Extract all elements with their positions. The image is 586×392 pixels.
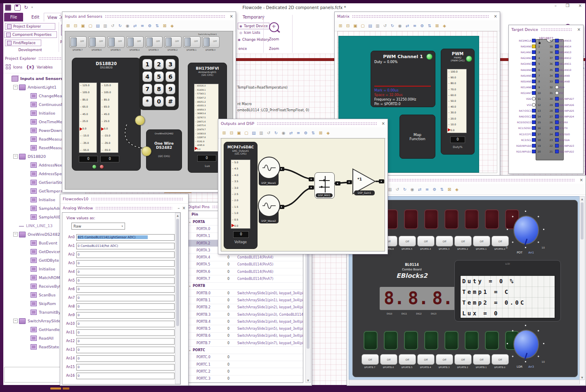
keypad-key[interactable]: * xyxy=(142,96,152,107)
toolbar-icon[interactable]: ◉ xyxy=(397,22,403,29)
slide-switch[interactable]: OFF $PORTB.6 xyxy=(88,36,105,51)
toolbar-icon[interactable]: ▤ xyxy=(95,22,101,29)
toolbar-icon[interactable]: ◉ xyxy=(124,22,131,29)
channel-value-input[interactable]: 0 xyxy=(76,251,175,258)
pin-pad-icon[interactable] xyxy=(532,74,536,77)
port-toggle-button[interactable]: Off $PORTB.5 xyxy=(399,354,415,369)
pin-pad-icon[interactable] xyxy=(555,97,559,101)
toolbar-icon[interactable]: ▣ xyxy=(352,22,359,29)
pin-pad-icon[interactable] xyxy=(532,103,536,107)
pot-knob[interactable]: 0 10 POT An1 xyxy=(503,207,548,252)
switch-thumb[interactable] xyxy=(109,38,115,47)
toggle-state[interactable]: Off xyxy=(417,354,435,365)
pin-pad-icon[interactable] xyxy=(532,120,536,124)
icon-lists-toggle[interactable]: ◎ Icon Lists xyxy=(239,31,260,35)
table-row[interactable]: ▸ PORTB.1 0 SwitchArraySlide1(pin1), key… xyxy=(187,297,303,304)
analog-window-titlebar[interactable]: Analog Window – × xyxy=(60,203,188,212)
switch-thumb[interactable] xyxy=(146,38,153,47)
toolbar-icon[interactable]: ▣ xyxy=(236,129,242,136)
toggle-state[interactable]: Off xyxy=(454,354,472,365)
port-toggle-button[interactable]: Off $PORTA.2 xyxy=(454,236,471,250)
toolbar-icon[interactable]: ⊠ xyxy=(161,22,168,29)
slide-switch[interactable]: OFF $PORTB.1 xyxy=(183,36,200,51)
toolbar-icon[interactable]: ◈ xyxy=(325,129,331,136)
slide-switch[interactable]: OFF $PORTB.0 xyxy=(202,36,219,51)
switch-thumb[interactable] xyxy=(128,38,134,47)
channel-value-input[interactable]: 0 xyxy=(76,260,175,267)
window-drag-handle[interactable] xyxy=(95,207,172,209)
pin-pad-icon[interactable] xyxy=(532,45,536,48)
close-icon[interactable]: × xyxy=(182,206,186,210)
pin-pad-icon[interactable] xyxy=(555,39,559,42)
scroll-thumb[interactable] xyxy=(581,202,584,239)
pin-pad-icon[interactable] xyxy=(532,132,536,136)
keypad-key[interactable]: 4 xyxy=(142,71,152,82)
pin-pad-icon[interactable] xyxy=(555,80,559,83)
channel-value-input[interactable]: 0 xyxy=(76,269,175,275)
flowcodev10-titlebar[interactable]: Flowcodev10 xyxy=(60,194,188,203)
table-row[interactable]: ▸ PORTC xyxy=(187,347,303,354)
channel-value-input[interactable]: 0 xyxy=(76,312,175,319)
close-icon[interactable]: × xyxy=(230,14,233,19)
slide-switch[interactable]: OFF $PORTB.2 xyxy=(164,36,181,51)
pin-pad-icon[interactable] xyxy=(532,109,536,113)
toolbar-icon[interactable]: ⇅ xyxy=(426,22,433,29)
channel-value-input[interactable]: 0 xyxy=(76,364,175,371)
close-icon[interactable]: × xyxy=(382,121,385,126)
close-icon[interactable]: × xyxy=(577,27,581,32)
channel-value-input[interactable]: 0 xyxy=(76,303,175,310)
channel-value-input[interactable]: 0 xyxy=(76,347,175,353)
toolbar-icon[interactable]: ▤ xyxy=(250,129,257,136)
toolbar-icon[interactable]: ⇅ xyxy=(439,186,445,192)
pin-pad-icon[interactable] xyxy=(555,144,559,148)
toolbar-icon[interactable]: ⇄ xyxy=(132,22,138,29)
window-drag-handle[interactable] xyxy=(91,197,183,200)
toolbar-icon[interactable]: ↻ xyxy=(402,186,408,192)
zoom-button-label[interactable]: Zoom xyxy=(265,37,283,41)
knob-dial[interactable] xyxy=(513,216,539,244)
table-row[interactable]: ▸ PORTA.6 0 ComboBL0114(PinA6) xyxy=(187,268,303,275)
scroll-down-icon[interactable]: ▼ xyxy=(306,379,310,382)
window-drag-handle[interactable] xyxy=(352,15,489,18)
minimize-button[interactable]: – xyxy=(555,3,557,8)
toolbar-icon[interactable]: ▥ xyxy=(258,129,265,136)
tab-view[interactable]: View xyxy=(44,13,61,21)
keypad-key[interactable]: 8 xyxy=(154,84,164,94)
toolbar-icon[interactable]: ↻ xyxy=(389,22,396,29)
scroll-down-icon[interactable]: ▼ xyxy=(580,376,584,379)
tree-expander-icon[interactable]: − xyxy=(13,154,18,159)
toolbar-icon[interactable]: ≡ xyxy=(139,22,146,29)
toolbar-icon[interactable]: ↺ xyxy=(394,186,401,192)
toolbar-icon[interactable]: ⊟ xyxy=(228,129,235,136)
channel-value-input[interactable]: 0 xyxy=(76,373,175,379)
table-row[interactable]: ▸ PORTA.5 0 ComboBL0114(PinA5) xyxy=(187,261,303,268)
channel-value-input[interactable]: 0 xyxy=(76,329,175,336)
zoom-icon[interactable] xyxy=(269,22,279,32)
table-row[interactable]: ▸ PORTB.3 0 SwitchArraySlide1(pin3), Com… xyxy=(187,311,303,318)
table-row[interactable]: ▸ PORTC.1 0 xyxy=(187,361,303,368)
pin-pad-icon[interactable] xyxy=(555,74,559,77)
toolbar-icon[interactable]: ▤ xyxy=(367,22,373,29)
analog-vertical-scrollbar[interactable]: ▲ xyxy=(175,213,180,384)
map-function-block[interactable]: Map Function xyxy=(399,115,435,159)
pin-pad-icon[interactable] xyxy=(555,103,559,107)
pin-pad-icon[interactable] xyxy=(555,91,559,95)
icons-view-icon[interactable] xyxy=(6,64,11,70)
keypad-key[interactable]: 2 xyxy=(154,59,164,70)
change-history-toggle[interactable]: ◉ Change History xyxy=(238,38,269,42)
keypad-key[interactable]: 3 xyxy=(165,59,175,70)
channel-value-input[interactable]: 0 xyxy=(76,286,175,293)
pin-pad-icon[interactable] xyxy=(555,56,559,60)
pin-pad-icon[interactable] xyxy=(532,80,536,83)
toolbar-icon[interactable]: ◉ xyxy=(280,129,287,136)
toolbar-icon[interactable]: ◈ xyxy=(441,22,448,29)
dsp-mixer-block[interactable]: DSP_MIX1 xyxy=(314,172,335,199)
toolbar-icon[interactable]: ⇄ xyxy=(288,129,294,136)
keypad-key[interactable]: 6 xyxy=(165,71,175,82)
mcp4706-dac-panel[interactable]: MCP47x6DAC DAC_Output1 (I2C CH1) 5.04.54… xyxy=(224,142,258,249)
scroll-up-icon[interactable]: ▲ xyxy=(580,197,584,200)
target-device-titlebar[interactable]: Target Device × xyxy=(509,25,583,33)
slide-switch[interactable]: OFF $PORTB.3 xyxy=(145,36,162,51)
port-toggle-button[interactable]: Off $PORTB.6 xyxy=(380,354,397,369)
table-row[interactable]: ▸ PORTB.6 0 SwitchArraySlide1(pin6), key… xyxy=(187,333,303,340)
